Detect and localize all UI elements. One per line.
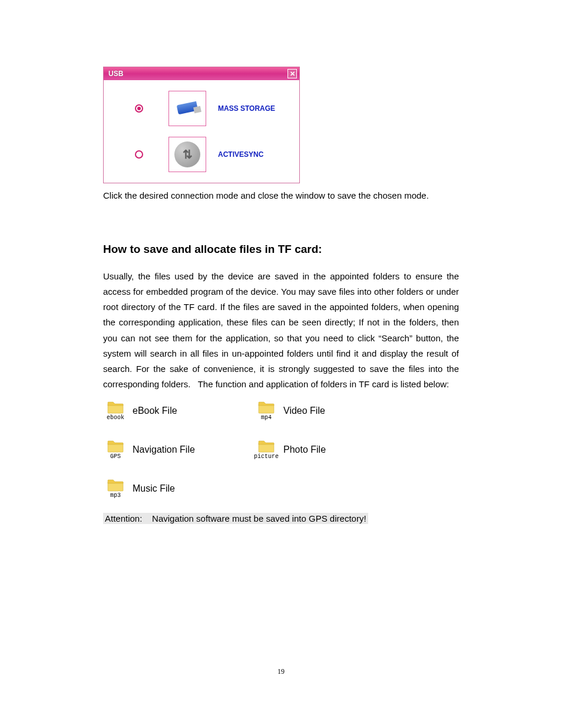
radio-cell [110,104,168,113]
folder-caption: mp4 [261,414,272,421]
section-heading: How to save and allocate files in TF car… [103,243,459,256]
body-paragraph: Usually, the files used by the device ar… [103,269,459,393]
folder-grid: ebook eBook File mp4 Video File GPS [103,401,459,499]
folder-icon [107,479,124,492]
folder-icon [258,440,275,453]
radio-dot [137,107,141,110]
folder-icon [107,401,124,414]
caption-text: Click the desired connection mode and cl… [103,189,459,203]
folder-label: eBook File [133,406,177,416]
folder-caption: mp3 [110,492,121,499]
folder-caption: picture [254,453,279,460]
attention-text: Attention: Navigation software must be s… [103,513,368,524]
document-page: USB ✕ MASS STORAGE [0,0,562,524]
usb-body: MASS STORAGE ⇅ ACTIVESYNC [104,80,299,183]
radio-cell [110,150,168,159]
folder-label: Photo File [283,444,326,455]
folder-label: Music File [133,483,175,494]
folder-caption: GPS [110,453,121,460]
folder-mp3: mp3 Music File [103,479,250,499]
usb-dialog: USB ✕ MASS STORAGE [103,67,300,183]
folder-ebook: ebook eBook File [103,401,250,421]
page-number: 19 [0,667,562,676]
usb-stick-icon [168,91,206,126]
close-button[interactable]: ✕ [287,69,297,78]
radio-button-selected[interactable] [135,104,143,113]
folder-caption: ebook [107,414,124,421]
radio-button-unselected[interactable] [135,150,143,159]
usb-option-label: MASS STORAGE [218,104,275,113]
folder-label: Video File [283,406,325,416]
usb-option-activesync[interactable]: ⇅ ACTIVESYNC [110,137,293,172]
folder-picture: picture Photo File [254,440,401,460]
usb-title: USB [108,70,123,78]
folder-icon [258,401,275,414]
sync-icon-cell: ⇅ [168,137,206,172]
folder-label: Navigation File [133,444,195,455]
sync-icon: ⇅ [174,141,200,167]
usb-titlebar: USB ✕ [104,67,299,80]
folder-icon [107,440,124,453]
usb-option-mass-storage[interactable]: MASS STORAGE [110,91,293,126]
folder-gps: GPS Navigation File [103,440,250,460]
folder-mp4: mp4 Video File [254,401,401,421]
usb-option-label: ACTIVESYNC [218,150,263,159]
